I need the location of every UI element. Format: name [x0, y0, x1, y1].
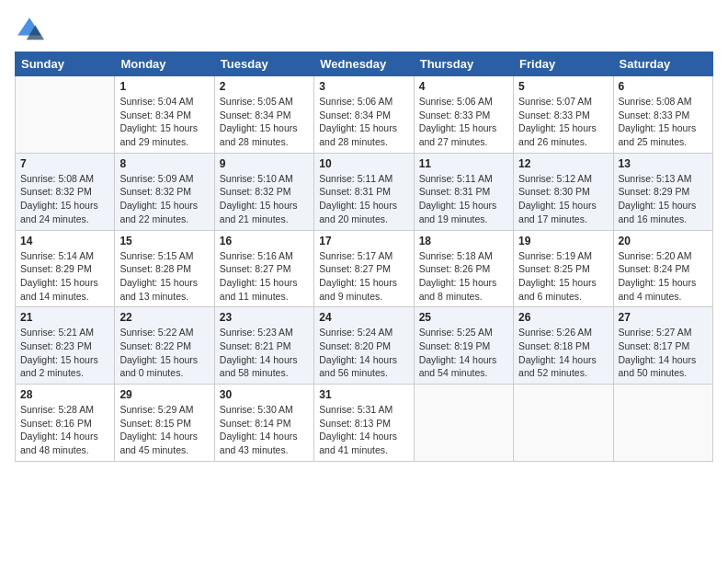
sunrise: Sunrise: 5:08 AM [619, 96, 692, 107]
sunset: Sunset: 8:15 PM [119, 418, 191, 429]
daylight: Daylight: 14 hours and 54 minutes. [419, 354, 497, 379]
calendar-cell: 1 Sunrise: 5:04 AM Sunset: 8:34 PM Dayli… [115, 76, 214, 154]
sunset: Sunset: 8:34 PM [119, 109, 191, 121]
daylight: Daylight: 15 hours and 9 minutes. [319, 277, 397, 302]
day-number: 23 [220, 311, 309, 324]
daylight: Daylight: 15 hours and 28 minutes. [220, 122, 298, 147]
sunset: Sunset: 8:16 PM [20, 418, 92, 429]
daylight: Daylight: 15 hours and 8 minutes. [419, 277, 497, 302]
day-info: Sunrise: 5:26 AM Sunset: 8:18 PM Dayligh… [518, 326, 608, 380]
sunrise: Sunrise: 5:27 AM [619, 327, 692, 338]
daylight: Daylight: 15 hours and 20 minutes. [319, 200, 397, 224]
sunset: Sunset: 8:33 PM [518, 109, 590, 121]
day-number: 11 [419, 157, 508, 170]
day-number: 30 [220, 388, 309, 401]
sunrise: Sunrise: 5:06 AM [319, 96, 392, 107]
day-info: Sunrise: 5:14 AM Sunset: 8:29 PM Dayligh… [20, 249, 109, 304]
sunrise: Sunrise: 5:11 AM [319, 173, 392, 184]
calendar-cell: 29 Sunrise: 5:29 AM Sunset: 8:15 PM Dayl… [115, 385, 214, 462]
sunrise: Sunrise: 5:18 AM [419, 250, 493, 261]
sunset: Sunset: 8:25 PM [518, 263, 590, 274]
header-wednesday: Wednesday [314, 52, 414, 76]
calendar-cell: 20 Sunrise: 5:20 AM Sunset: 8:24 PM Dayl… [613, 230, 712, 307]
sunrise: Sunrise: 5:28 AM [20, 404, 94, 415]
day-info: Sunrise: 5:17 AM Sunset: 8:27 PM Dayligh… [319, 249, 408, 304]
page-header [15, 15, 713, 44]
sunrise: Sunrise: 5:09 AM [119, 173, 193, 184]
daylight: Daylight: 14 hours and 56 minutes. [319, 354, 397, 379]
calendar-cell: 5 Sunrise: 5:07 AM Sunset: 8:33 PM Dayli… [514, 76, 613, 154]
sunset: Sunset: 8:29 PM [619, 186, 690, 197]
header-thursday: Thursday [414, 52, 513, 76]
sunrise: Sunrise: 5:26 AM [518, 327, 592, 338]
calendar-cell: 6 Sunrise: 5:08 AM Sunset: 8:33 PM Dayli… [613, 76, 712, 154]
day-number: 15 [119, 235, 209, 247]
sunset: Sunset: 8:30 PM [518, 186, 590, 197]
day-number: 27 [619, 311, 708, 324]
day-info: Sunrise: 5:24 AM Sunset: 8:20 PM Dayligh… [319, 326, 408, 380]
sunset: Sunset: 8:31 PM [419, 186, 491, 197]
daylight: Daylight: 14 hours and 48 minutes. [20, 431, 98, 455]
day-info: Sunrise: 5:20 AM Sunset: 8:24 PM Dayligh… [619, 249, 708, 304]
daylight: Daylight: 15 hours and 11 minutes. [220, 277, 298, 302]
day-number: 19 [518, 235, 608, 247]
sunrise: Sunrise: 5:20 AM [619, 250, 692, 261]
day-info: Sunrise: 5:04 AM Sunset: 8:34 PM Dayligh… [119, 95, 209, 149]
header-sunday: Sunday [16, 52, 115, 76]
calendar-cell: 25 Sunrise: 5:25 AM Sunset: 8:19 PM Dayl… [414, 307, 513, 385]
header-tuesday: Tuesday [214, 52, 313, 76]
day-number: 28 [20, 388, 109, 401]
calendar-week-row: 21 Sunrise: 5:21 AM Sunset: 8:23 PM Dayl… [16, 307, 713, 385]
day-info: Sunrise: 5:05 AM Sunset: 8:34 PM Dayligh… [220, 95, 309, 149]
calendar-cell [414, 385, 513, 462]
sunrise: Sunrise: 5:11 AM [419, 173, 493, 184]
day-info: Sunrise: 5:07 AM Sunset: 8:33 PM Dayligh… [518, 95, 608, 149]
logo [15, 15, 48, 44]
calendar-cell: 11 Sunrise: 5:11 AM Sunset: 8:31 PM Dayl… [414, 153, 513, 230]
calendar-cell: 15 Sunrise: 5:15 AM Sunset: 8:28 PM Dayl… [115, 230, 214, 307]
sunset: Sunset: 8:33 PM [419, 109, 491, 121]
sunset: Sunset: 8:27 PM [220, 263, 291, 274]
calendar-cell: 10 Sunrise: 5:11 AM Sunset: 8:31 PM Dayl… [314, 153, 414, 230]
day-info: Sunrise: 5:08 AM Sunset: 8:33 PM Dayligh… [619, 95, 708, 149]
sunrise: Sunrise: 5:15 AM [119, 250, 193, 261]
day-number: 25 [419, 311, 508, 324]
sunset: Sunset: 8:32 PM [119, 186, 191, 197]
sunset: Sunset: 8:33 PM [619, 109, 690, 121]
daylight: Daylight: 15 hours and 29 minutes. [119, 122, 198, 147]
sunrise: Sunrise: 5:21 AM [20, 327, 94, 338]
day-info: Sunrise: 5:08 AM Sunset: 8:32 PM Dayligh… [20, 172, 109, 226]
calendar-cell: 23 Sunrise: 5:23 AM Sunset: 8:21 PM Dayl… [214, 307, 313, 385]
sunset: Sunset: 8:28 PM [119, 263, 191, 274]
sunset: Sunset: 8:26 PM [419, 263, 491, 274]
sunset: Sunset: 8:32 PM [220, 186, 291, 197]
day-info: Sunrise: 5:06 AM Sunset: 8:33 PM Dayligh… [419, 95, 508, 149]
daylight: Daylight: 15 hours and 21 minutes. [220, 200, 298, 224]
sunrise: Sunrise: 5:04 AM [119, 96, 193, 107]
day-number: 3 [319, 80, 408, 93]
sunset: Sunset: 8:14 PM [220, 418, 291, 429]
day-number: 31 [319, 388, 408, 401]
day-number: 7 [20, 157, 109, 170]
sunset: Sunset: 8:22 PM [119, 340, 191, 351]
daylight: Daylight: 14 hours and 52 minutes. [518, 354, 597, 379]
daylight: Daylight: 15 hours and 13 minutes. [119, 277, 198, 302]
calendar-header-row: SundayMondayTuesdayWednesdayThursdayFrid… [16, 52, 713, 76]
daylight: Daylight: 15 hours and 27 minutes. [419, 122, 497, 147]
sunset: Sunset: 8:17 PM [619, 340, 690, 351]
daylight: Daylight: 15 hours and 14 minutes. [20, 277, 98, 302]
day-info: Sunrise: 5:11 AM Sunset: 8:31 PM Dayligh… [319, 172, 408, 226]
sunset: Sunset: 8:20 PM [319, 340, 391, 351]
calendar-cell: 8 Sunrise: 5:09 AM Sunset: 8:32 PM Dayli… [115, 153, 214, 230]
sunrise: Sunrise: 5:24 AM [319, 327, 392, 338]
sunset: Sunset: 8:27 PM [319, 263, 391, 274]
sunset: Sunset: 8:19 PM [419, 340, 491, 351]
calendar-cell: 13 Sunrise: 5:13 AM Sunset: 8:29 PM Dayl… [613, 153, 712, 230]
day-number: 4 [419, 80, 508, 93]
day-number: 1 [119, 80, 209, 93]
calendar-cell: 31 Sunrise: 5:31 AM Sunset: 8:13 PM Dayl… [314, 385, 414, 462]
sunset: Sunset: 8:18 PM [518, 340, 590, 351]
day-info: Sunrise: 5:22 AM Sunset: 8:22 PM Dayligh… [119, 326, 209, 380]
daylight: Daylight: 15 hours and 19 minutes. [419, 200, 497, 224]
sunrise: Sunrise: 5:12 AM [518, 173, 592, 184]
